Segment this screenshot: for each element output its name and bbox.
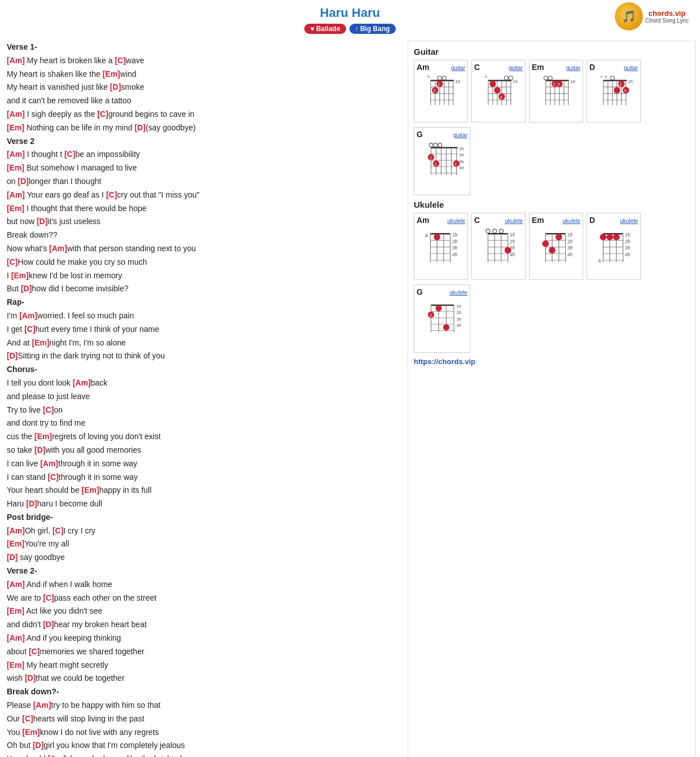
main-layout: Verse 1- [Am] My heart is broken like a …	[0, 38, 700, 757]
svg-text:2fr: 2fr	[567, 239, 573, 244]
chord-type-d[interactable]: guitar	[624, 65, 638, 71]
chord-name-g: G	[417, 130, 423, 139]
svg-text:1fr: 1fr	[567, 233, 573, 238]
svg-point-31	[494, 87, 500, 93]
svg-point-139	[549, 247, 555, 254]
chord-type-am[interactable]: guitar	[451, 65, 465, 71]
lyric-line: and please to just leave	[7, 390, 401, 404]
section-chorus1: Chorus-	[7, 363, 401, 377]
chord-type-d-uke[interactable]: ukulele	[620, 218, 638, 224]
svg-point-138	[542, 240, 549, 247]
lyric-line: And at [Em]night I'm, I'm so alone	[7, 336, 401, 350]
section-breakdown: Break down?-	[7, 685, 401, 699]
lyric-line: [Em] My heart might secretly	[7, 659, 401, 672]
chord-name-em: Em	[532, 63, 544, 72]
lyric-line: [Em] I thought that there would be hope	[7, 202, 401, 216]
svg-text:3: 3	[500, 95, 502, 99]
lyric-line: [Am] And if you keeping thinking	[7, 632, 401, 645]
svg-text:⑥: ⑥	[598, 259, 602, 264]
lyric-line: I can live [Am]through it in some way	[7, 457, 401, 471]
page-title: Haru Haru	[0, 6, 700, 20]
svg-text:4fr: 4fr	[625, 252, 631, 257]
chord-type-em[interactable]: guitar	[566, 65, 580, 71]
svg-point-30	[509, 76, 513, 80]
lyric-line: My heart is shaken like the [Em]wind	[7, 68, 401, 81]
chord-card-em-guitar: Em guitar	[529, 60, 583, 122]
svg-point-74	[434, 143, 438, 147]
lyric-line: on [D]longer than I thought	[7, 175, 401, 189]
fretboard-am-guitar: x	[417, 73, 464, 118]
fretboard-am-ukulele: 1fr 2fr 3fr 4fr ø	[417, 226, 464, 275]
tag-bigbang[interactable]: ↑ Big Bang	[349, 24, 396, 34]
lyric-line: I can stand [C]through it in some way	[7, 471, 401, 484]
lyric-line: You should [Am]always be happy like the …	[7, 752, 401, 757]
svg-text:2fr: 2fr	[452, 239, 458, 244]
svg-text:x: x	[600, 74, 602, 79]
svg-text:4fr: 4fr	[567, 252, 573, 257]
svg-text:1fr: 1fr	[628, 79, 633, 84]
guitar-title: Guitar	[414, 47, 690, 56]
lyric-line: I tell you dont look [Am]back	[7, 377, 401, 390]
lyric-line: about [C]memories we shared together	[7, 645, 401, 659]
svg-text:3: 3	[624, 89, 626, 93]
tag-ballade[interactable]: ♥ Ballade	[304, 24, 345, 34]
chord-type-am-uke[interactable]: ukulele	[447, 218, 465, 224]
svg-point-155	[606, 234, 613, 240]
ukulele-title: Ukulele	[414, 200, 690, 209]
lyric-line: and didn't [D]hear my broken heart beat	[7, 618, 401, 632]
svg-point-12	[442, 76, 446, 80]
fretboard-em-guitar: 1fr 2 3	[532, 73, 579, 118]
lyric-line: Break down??	[7, 229, 401, 242]
svg-point-106	[434, 234, 440, 240]
lyric-line: We are to [C]pass each other on the stre…	[7, 592, 401, 605]
chord-type-em-uke[interactable]: ukulele	[562, 218, 580, 224]
lyric-line: and it can't be removed like a tattoo	[7, 94, 401, 108]
lyric-line: [Em] But somehow I managed to live	[7, 161, 401, 175]
site-url[interactable]: https://chords.vip	[414, 357, 690, 366]
svg-text:1fr: 1fr	[459, 146, 465, 151]
guitar-chord-grid: Am guitar x	[414, 60, 690, 122]
svg-point-154	[600, 234, 607, 240]
lyric-line: Your heart should be [Em]happy in its fu…	[7, 484, 401, 497]
chord-card-c-ukulele: C ukulele 1fr	[471, 213, 526, 280]
chord-name-c: C	[474, 63, 480, 72]
svg-text:1fr: 1fr	[510, 233, 515, 238]
svg-point-173	[443, 324, 449, 330]
lyric-line: [Em] Act like you didn't see	[7, 605, 401, 618]
svg-text:1: 1	[619, 82, 622, 86]
svg-text:x: x	[485, 74, 487, 79]
chord-card-em-ukulele: Em ukulele 1fr 2fr	[529, 213, 583, 280]
svg-point-156	[613, 234, 620, 240]
fretboard-c-ukulele: 1fr 2fr 3fr 4fr	[474, 226, 522, 275]
lyric-line: [Am] Your ears go deaf as I [C]cry out t…	[7, 189, 401, 202]
svg-text:2: 2	[430, 313, 432, 317]
lyric-line: You [Em]know I do not live with any regr…	[7, 726, 401, 740]
logo-bottom: Chord Song Lyric	[645, 17, 689, 24]
chord-card-am-guitar: Am guitar x	[414, 60, 468, 122]
lyric-line: I get [C]hurt every time I think of your…	[7, 323, 401, 336]
lyric-line: [Am] I sigh deeply as the [C]ground begi…	[7, 108, 401, 121]
chord-card-c-guitar: C guitar x	[471, 60, 526, 122]
svg-text:4fr: 4fr	[452, 252, 458, 257]
chord-type-g-uke[interactable]: ukulele	[449, 290, 467, 296]
svg-text:2fr: 2fr	[459, 152, 465, 157]
logo-text: chords.vip Chord Song Lyric	[645, 9, 689, 24]
lyric-line: Please [Am]try to be happy with him so t…	[7, 699, 401, 712]
svg-text:2: 2	[433, 89, 435, 93]
svg-text:2: 2	[430, 156, 432, 160]
logo-icon: 🎵	[615, 2, 643, 30]
svg-text:1fr: 1fr	[570, 79, 576, 84]
section-postbridge: Post bridge-	[7, 511, 401, 524]
svg-text:x: x	[427, 74, 430, 79]
chord-type-c[interactable]: guitar	[509, 65, 523, 71]
chord-type-c-uke[interactable]: ukulele	[505, 218, 523, 224]
lyric-line: and dont try to find me	[7, 417, 401, 430]
svg-text:2: 2	[495, 82, 497, 86]
svg-text:1fr: 1fr	[625, 233, 631, 238]
lyric-line: I [Em]knew I'd be lost in memory	[7, 269, 401, 283]
chord-type-g[interactable]: guitar	[453, 132, 467, 138]
fretboard-c-guitar: x 1fr 2	[474, 73, 522, 118]
chord-card-d-guitar: D guitar x x	[587, 60, 641, 122]
lyric-line: Haru [D]haru I become dull	[7, 497, 401, 511]
svg-point-73	[429, 143, 433, 147]
